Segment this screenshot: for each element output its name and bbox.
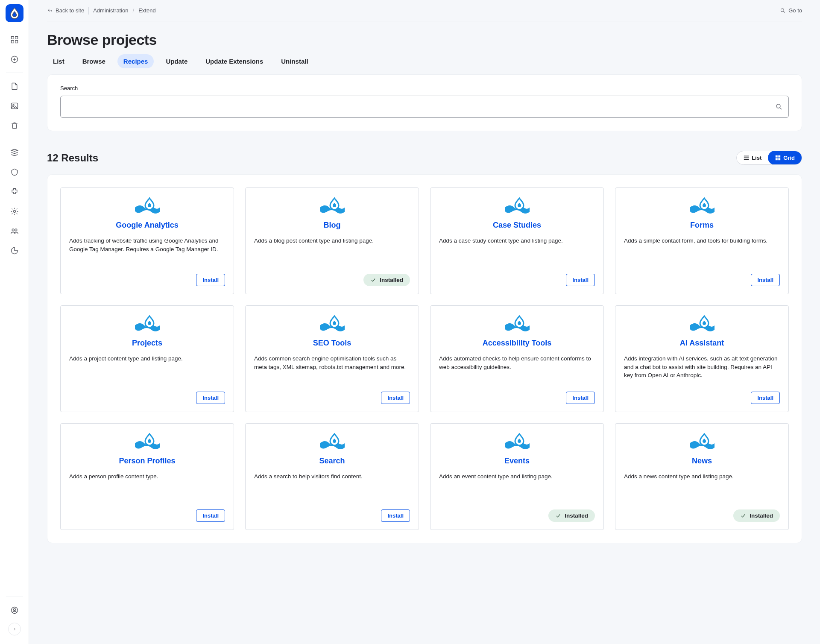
project-card: AI Assistant Adds integration with AI se… [615, 305, 789, 412]
people-icon[interactable] [6, 223, 23, 239]
user-icon[interactable] [6, 602, 23, 618]
svg-point-16 [776, 104, 780, 108]
install-button[interactable]: Install [566, 392, 595, 404]
project-card: Forms Adds a simple contact form, and to… [615, 187, 789, 294]
install-button[interactable]: Install [196, 392, 225, 404]
svg-point-9 [13, 211, 15, 213]
project-icon [504, 197, 530, 217]
svg-rect-0 [11, 37, 14, 39]
appearance-icon[interactable] [6, 164, 23, 180]
project-title[interactable]: SEO Tools [254, 339, 410, 348]
chevron-right-icon[interactable] [8, 623, 21, 635]
project-card: Case Studies Adds a case study content t… [430, 187, 604, 294]
svg-rect-2 [11, 41, 14, 43]
reports-icon[interactable] [6, 243, 23, 259]
tab-recipes[interactable]: Recipes [117, 54, 154, 68]
project-card: News Adds a news content type and listin… [615, 423, 789, 530]
svg-rect-23 [776, 158, 778, 160]
project-title[interactable]: Events [439, 457, 595, 465]
installed-badge: Installed [363, 274, 410, 286]
project-icon [689, 315, 715, 334]
tabs: ListBrowseRecipesUpdateUpdate Extensions… [47, 54, 802, 68]
installed-badge: Installed [548, 509, 595, 522]
svg-rect-18 [744, 156, 749, 157]
project-card: Blog Adds a blog post content type and l… [245, 187, 419, 294]
project-title[interactable]: News [624, 457, 780, 465]
project-desc: Adds a news content type and listing pag… [624, 472, 780, 504]
project-title[interactable]: Forms [624, 221, 780, 230]
view-list[interactable]: List [737, 151, 768, 164]
file-icon[interactable] [6, 78, 23, 94]
install-button[interactable]: Install [381, 509, 410, 522]
trash-icon[interactable] [6, 117, 23, 134]
back-to-site[interactable]: Back to site [47, 7, 84, 14]
project-title[interactable]: Projects [69, 339, 225, 348]
svg-line-17 [780, 108, 782, 109]
install-button[interactable]: Install [381, 392, 410, 404]
svg-point-14 [781, 9, 784, 12]
svg-rect-1 [15, 37, 18, 39]
breadcrumb-admin[interactable]: Administration [93, 7, 128, 14]
svg-line-15 [784, 11, 785, 12]
project-title[interactable]: AI Assistant [624, 339, 780, 348]
install-button[interactable]: Install [751, 274, 780, 286]
divider [6, 597, 23, 597]
tab-update-extensions[interactable]: Update Extensions [199, 54, 269, 68]
view-grid[interactable]: Grid [768, 151, 802, 165]
svg-rect-22 [779, 155, 781, 158]
structure-icon[interactable] [6, 144, 23, 161]
project-icon [504, 315, 530, 334]
search-icon [775, 103, 783, 111]
divider [6, 73, 23, 73]
svg-rect-20 [744, 159, 749, 160]
results-count: 12 Results [47, 152, 98, 164]
project-title[interactable]: Accessibility Tools [439, 339, 595, 348]
install-button[interactable]: Install [566, 274, 595, 286]
install-button[interactable]: Install [196, 509, 225, 522]
drupal-logo[interactable] [6, 4, 23, 22]
install-button[interactable]: Install [196, 274, 225, 286]
project-title[interactable]: Person Profiles [69, 457, 225, 465]
create-icon[interactable] [6, 51, 23, 67]
search-input[interactable] [60, 96, 789, 118]
tab-update[interactable]: Update [160, 54, 193, 68]
content-icon[interactable] [6, 32, 23, 48]
project-title[interactable]: Blog [254, 221, 410, 230]
project-icon [134, 433, 161, 452]
svg-point-13 [13, 609, 15, 611]
project-card: Events Adds an event content type and li… [430, 423, 604, 530]
project-icon [134, 197, 161, 217]
extend-icon[interactable] [6, 184, 23, 200]
project-card: Accessibility Tools Adds automated check… [430, 305, 604, 412]
config-icon[interactable] [6, 203, 23, 220]
tab-uninstall[interactable]: Uninstall [275, 54, 314, 68]
project-desc: Adds automated checks to help ensure con… [439, 354, 595, 386]
installed-badge: Installed [733, 509, 780, 522]
svg-rect-24 [779, 158, 781, 160]
media-icon[interactable] [6, 98, 23, 114]
project-icon [689, 197, 715, 217]
divider [88, 7, 89, 15]
svg-point-8 [12, 105, 14, 106]
install-button[interactable]: Install [751, 392, 780, 404]
project-title[interactable]: Case Studies [439, 221, 595, 230]
project-desc: Adds a case study content type and listi… [439, 237, 595, 269]
project-icon [689, 433, 715, 452]
project-desc: Adds an event content type and listing p… [439, 472, 595, 504]
project-desc: Adds integration with AI services, such … [624, 354, 780, 386]
project-card: SEO Tools Adds common search engine opti… [245, 305, 419, 412]
goto-search[interactable]: Go to [780, 7, 802, 14]
project-icon [504, 433, 530, 452]
tab-list[interactable]: List [47, 54, 70, 68]
project-title[interactable]: Google Analytics [69, 221, 225, 230]
grid-panel: Google Analytics Adds tracking of websit… [47, 174, 802, 543]
project-icon [134, 315, 161, 334]
tab-browse[interactable]: Browse [76, 54, 111, 68]
project-desc: Adds a person profile content type. [69, 472, 225, 504]
view-toggle: List Grid [736, 151, 802, 165]
project-desc: Adds a simple contact form, and tools fo… [624, 237, 780, 269]
project-desc: Adds common search engine optimisation t… [254, 354, 410, 386]
project-title[interactable]: Search [254, 457, 410, 465]
project-card: Projects Adds a project content type and… [60, 305, 234, 412]
breadcrumb-extend[interactable]: Extend [138, 7, 155, 14]
